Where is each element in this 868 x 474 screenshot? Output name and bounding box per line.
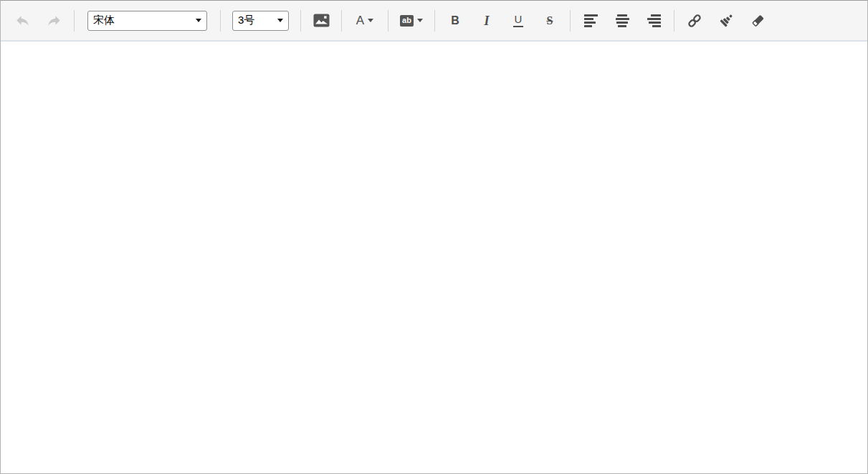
insert-link-button[interactable]: [679, 9, 710, 33]
italic-label: I: [484, 14, 489, 27]
toolbar-separator: [570, 10, 571, 32]
toolbar-separator: [434, 10, 435, 32]
editor-toolbar: 宋体 3号 A: [1, 1, 867, 42]
toolbar-separator: [674, 10, 674, 32]
redo-button[interactable]: [38, 9, 70, 33]
align-center-button[interactable]: [606, 9, 638, 33]
font-family-value: 宋体: [93, 14, 115, 27]
format-brush-button[interactable]: [710, 9, 742, 33]
insert-image-button[interactable]: [305, 9, 337, 33]
strikethrough-label: S: [547, 15, 553, 27]
background-color-label: ab: [400, 15, 414, 27]
undo-button[interactable]: [6, 9, 38, 33]
toolbar-separator: [388, 10, 388, 32]
eraser-button[interactable]: [742, 9, 773, 33]
align-right-button[interactable]: [638, 9, 669, 33]
bold-label: B: [451, 15, 459, 27]
redo-icon: [46, 12, 62, 29]
rich-text-editor: 宋体 3号 A: [0, 0, 868, 474]
eraser-icon: [749, 11, 767, 29]
font-family-select[interactable]: 宋体: [87, 11, 207, 31]
toolbar-separator: [341, 10, 342, 32]
dropdown-caret-icon: [417, 19, 423, 22]
link-icon: [686, 12, 703, 29]
align-left-icon: [584, 14, 598, 27]
brush-icon: [717, 11, 735, 29]
align-center-icon: [616, 14, 629, 27]
font-size-select[interactable]: 3号: [232, 11, 289, 31]
underline-label: U: [513, 14, 524, 27]
bold-button[interactable]: B: [439, 9, 471, 33]
align-right-icon: [647, 14, 661, 27]
italic-button[interactable]: I: [471, 9, 502, 33]
font-size-value: 3号: [238, 14, 254, 27]
undo-icon: [14, 12, 31, 29]
toolbar-separator: [74, 10, 75, 32]
dropdown-caret-icon: [368, 19, 373, 22]
editor-content-area[interactable]: [1, 42, 867, 473]
image-icon: [313, 14, 330, 27]
toolbar-separator: [220, 10, 221, 32]
font-color-button[interactable]: A: [346, 9, 383, 33]
background-color-button[interactable]: ab: [393, 9, 430, 33]
align-left-button[interactable]: [575, 9, 606, 33]
dropdown-caret-icon: [277, 19, 283, 22]
underline-button[interactable]: U: [502, 9, 534, 33]
font-color-label: A: [356, 14, 364, 27]
dropdown-caret-icon: [196, 19, 201, 22]
strikethrough-button[interactable]: S: [534, 9, 566, 33]
toolbar-separator: [300, 10, 301, 32]
